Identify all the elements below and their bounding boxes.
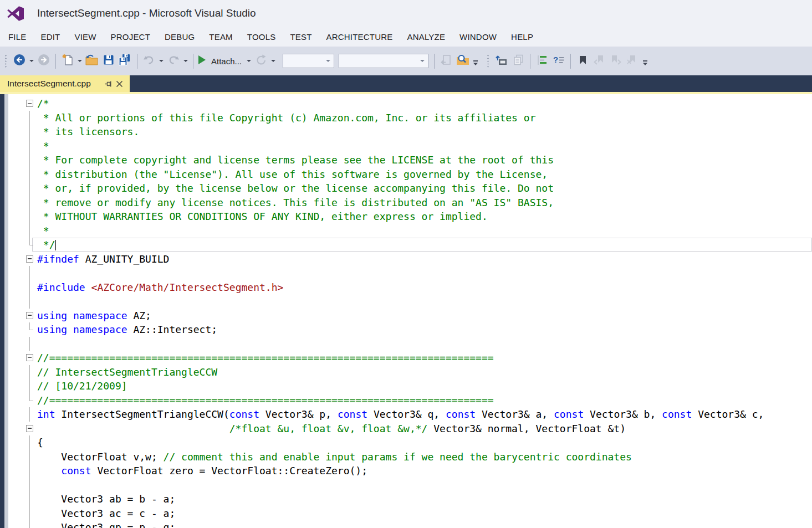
- toolbar-grip-handle[interactable]: [487, 54, 489, 68]
- code-line-22[interactable]: //======================================…: [8, 393, 812, 408]
- code-line-15[interactable]: [8, 294, 812, 309]
- code-line-16[interactable]: using namespace AZ;: [8, 309, 812, 323]
- code-line-1[interactable]: /*: [8, 96, 812, 111]
- navigate-back-button[interactable]: [12, 54, 27, 68]
- clear-bookmarks-button[interactable]: [625, 54, 640, 68]
- code-line-13[interactable]: [8, 266, 812, 280]
- minus-box-icon[interactable]: [26, 312, 33, 319]
- toggle-bookmark-button[interactable]: [575, 54, 590, 68]
- toolbar-grip-handle[interactable]: [4, 54, 7, 68]
- find-in-files-button[interactable]: [456, 54, 470, 68]
- save-all-button[interactable]: [118, 54, 132, 68]
- code-area[interactable]: /* * All or portions of this file Copyri…: [8, 94, 812, 528]
- token-keyword: int: [37, 408, 55, 420]
- next-bookmark-button[interactable]: [609, 54, 623, 68]
- minus-box-icon[interactable]: [26, 100, 33, 107]
- code-line-4[interactable]: *: [8, 139, 812, 153]
- code-line-8[interactable]: * remove or modify any license notices. …: [8, 196, 812, 210]
- redo-button[interactable]: [166, 54, 181, 68]
- tab-intersectsegment-cpp[interactable]: IntersectSegment.cpp: [0, 75, 130, 92]
- select-element-button[interactable]: [494, 54, 509, 68]
- quick-info-button[interactable]: ?: [551, 54, 566, 68]
- code-text: // [10/21/2009]: [35, 379, 127, 393]
- close-icon[interactable]: [116, 80, 123, 88]
- open-file-button[interactable]: [85, 54, 99, 68]
- menu-file[interactable]: FILE: [1, 28, 33, 45]
- toolbar-overflow-icon[interactable]: [473, 60, 478, 66]
- code-line-7[interactable]: * or, if provided, by the license below …: [8, 181, 812, 196]
- code-line-27[interactable]: const VectorFloat zero = VectorFloat::Cr…: [8, 464, 812, 478]
- list-members-icon: [537, 54, 548, 68]
- platform-combobox[interactable]: [339, 54, 428, 68]
- navigate-back-dropdown-icon[interactable]: [29, 60, 34, 62]
- redo-dropdown-icon[interactable]: [183, 60, 188, 62]
- minus-box-icon[interactable]: [26, 255, 33, 263]
- code-line-20[interactable]: // IntersectSegmentTriangleCCW: [8, 365, 812, 380]
- fold-collapse-box[interactable]: [25, 351, 35, 365]
- minus-box-icon[interactable]: [26, 354, 33, 361]
- code-text: {: [35, 435, 43, 450]
- attach-button[interactable]: Attach...: [198, 54, 244, 68]
- code-line-25[interactable]: {: [8, 435, 812, 450]
- code-line-23[interactable]: int IntersectSegmentTriangleCCW(const Ve…: [8, 407, 812, 422]
- code-text: using namespace AZ::Intersect;: [35, 322, 217, 337]
- document-group-button[interactable]: [511, 54, 525, 68]
- code-line-5[interactable]: * For complete copyright and license ter…: [8, 153, 812, 167]
- code-line-26[interactable]: VectorFloat v,w; // comment this and ena…: [8, 450, 812, 464]
- menu-help[interactable]: HELP: [504, 28, 540, 45]
- code-line-9[interactable]: * WITHOUT WARRANTIES OR CONDITIONS OF AN…: [8, 209, 812, 224]
- navigate-to-button[interactable]: [439, 54, 453, 68]
- code-text: Vector3 ac = c - a;: [35, 506, 175, 521]
- menu-architecture[interactable]: ARCHITECTURE: [319, 28, 400, 45]
- code-line-10[interactable]: *: [8, 224, 812, 238]
- glyph-margin: [8, 309, 25, 323]
- undo-button[interactable]: [142, 54, 156, 68]
- save-button[interactable]: [101, 54, 116, 68]
- code-text: [35, 478, 37, 493]
- code-line-18[interactable]: [8, 337, 812, 351]
- navigate-forward-button[interactable]: [37, 54, 51, 68]
- menu-edit[interactable]: EDIT: [33, 28, 67, 45]
- previous-bookmark-button[interactable]: [592, 54, 606, 68]
- code-line-28[interactable]: [8, 478, 812, 493]
- code-line-24[interactable]: /*float &u, float &v, float &w,*/ Vector…: [8, 422, 812, 436]
- fold-collapse-box[interactable]: [25, 252, 35, 266]
- code-line-31[interactable]: Vector3 qp = p - q;: [8, 520, 812, 528]
- menu-test[interactable]: TEST: [283, 28, 319, 45]
- code-line-14[interactable]: #include <AZCore/Math/IntersectSegment.h…: [8, 280, 812, 295]
- new-file-button[interactable]: [60, 54, 75, 68]
- refresh-button[interactable]: [254, 54, 268, 68]
- code-line-29[interactable]: Vector3 ab = b - a;: [8, 492, 812, 506]
- code-line-30[interactable]: Vector3 ac = c - a;: [8, 506, 812, 521]
- menu-window[interactable]: WINDOW: [452, 28, 504, 45]
- code-line-11[interactable]: */: [8, 238, 812, 252]
- fold-collapse-box[interactable]: [25, 422, 35, 436]
- new-file-dropdown-icon[interactable]: [78, 60, 82, 62]
- menu-tools[interactable]: TOOLS: [240, 28, 283, 45]
- menu-debug[interactable]: DEBUG: [157, 28, 202, 45]
- token-keyword: const: [229, 408, 259, 420]
- toolbar-overflow-icon[interactable]: [642, 60, 648, 66]
- code-line-3[interactable]: * its licensors.: [8, 125, 812, 139]
- configuration-combobox[interactable]: [283, 54, 334, 68]
- code-line-6[interactable]: * distribution (the "License"). All use …: [8, 167, 812, 182]
- code-line-19[interactable]: //======================================…: [8, 351, 812, 365]
- code-line-21[interactable]: // [10/21/2009]: [8, 379, 812, 393]
- menu-team[interactable]: TEAM: [202, 28, 239, 45]
- code-line-2[interactable]: * All or portions of this file Copyright…: [8, 111, 812, 125]
- menu-project[interactable]: PROJECT: [104, 28, 157, 45]
- fold-collapse-box[interactable]: [25, 309, 35, 323]
- attach-dropdown-icon[interactable]: [247, 60, 251, 62]
- minus-box-icon[interactable]: [26, 425, 33, 432]
- pin-icon[interactable]: [104, 80, 113, 88]
- code-editor[interactable]: /* * All or portions of this file Copyri…: [0, 94, 812, 528]
- code-line-17[interactable]: using namespace AZ::Intersect;: [8, 322, 812, 337]
- menu-analyze[interactable]: ANALYZE: [400, 28, 452, 45]
- list-members-button[interactable]: [535, 54, 549, 68]
- token-comment: // [10/21/2009]: [37, 380, 127, 392]
- undo-dropdown-icon[interactable]: [159, 60, 164, 62]
- fold-collapse-box[interactable]: [25, 96, 35, 111]
- code-line-12[interactable]: #ifndef AZ_UNITY_BUILD: [8, 252, 812, 266]
- refresh-dropdown-icon[interactable]: [271, 60, 275, 62]
- menu-view[interactable]: VIEW: [67, 28, 103, 45]
